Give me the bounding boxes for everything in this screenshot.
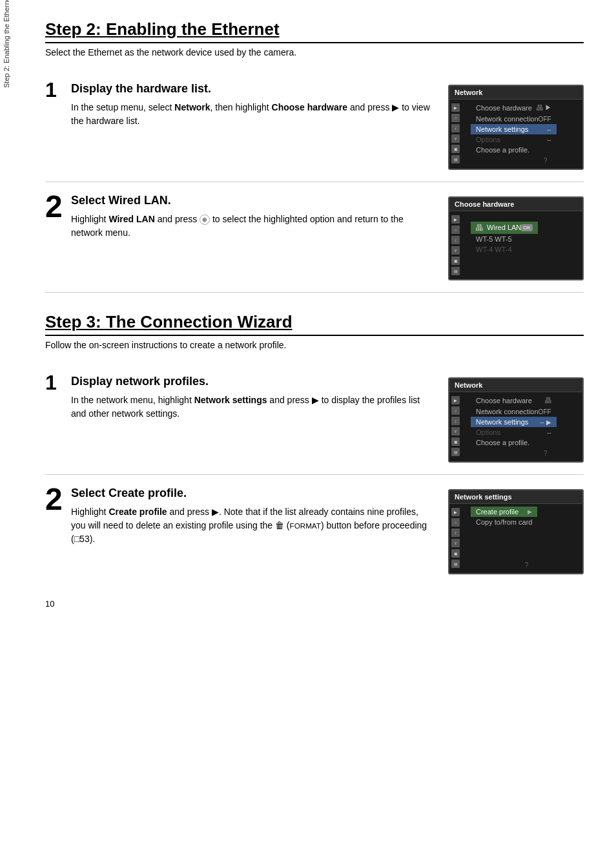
row-choose-hardware: Choose hardware 晶 ▶ xyxy=(476,102,551,114)
sidebar-label: Step 2: Enabling the Ethernet xyxy=(3,0,10,88)
icons-col-1: ▶ ○ / Y ▣ ▤ xyxy=(449,100,462,169)
screen-body-3: ▶ ○ / Y ▣ ▤ Choose hardware 晶 Network co… xyxy=(449,392,582,461)
row-profile-3: Choose a profile. xyxy=(476,437,551,448)
icon-3d: Y xyxy=(451,427,460,435)
step3-step2-body: Highlight Create profile and press ▶. No… xyxy=(71,505,435,546)
step2-step2-content: Select Wired LAN. Highlight Wired LAN an… xyxy=(71,194,448,240)
step2-step1-body: In the setup menu, select Network, then … xyxy=(71,101,435,128)
row-network-connection: Network connection OFF xyxy=(476,114,551,124)
icon-1c: / xyxy=(451,124,460,132)
step2-title: Step 2: Enabling the Ethernet xyxy=(45,19,584,43)
step2-step1-heading: Display the hardware list. xyxy=(71,82,435,96)
icon-4a: ▶ xyxy=(451,508,460,516)
screen-title-2: Choose hardware xyxy=(449,198,582,211)
row-wt4: WT-4 WT-4 xyxy=(476,244,533,255)
icon-2b: ○ xyxy=(451,225,460,234)
step2-step2-body: Highlight Wired LAN and press ⊛ to selec… xyxy=(71,213,435,240)
icon-3b: ○ xyxy=(451,406,460,415)
step3-title: Step 3: The Connection Wizard xyxy=(45,312,584,336)
row-wt5: WT-5 WT-5 xyxy=(476,234,533,244)
ok-icon: ⊛ xyxy=(200,215,210,225)
row-net-conn-3: Network connection OFF xyxy=(476,406,551,417)
icon-1f: ▤ xyxy=(451,155,460,163)
row-net-settings-3: Network settings -- ▶ xyxy=(471,417,557,427)
step2-step1-number: 1 xyxy=(45,79,71,100)
step2-step1-block: 1 Display the hardware list. In the setu… xyxy=(45,70,584,182)
screen-step3-1: Network ▶ ○ / Y ▣ ▤ Choose hardware 晶 xyxy=(448,377,584,463)
screen-body-2: ▶ ○ / Y ▣ ▤ 晶 Wired LAN OK WT-5 WT-5 WT-… xyxy=(449,211,582,279)
icon-2e: ▣ xyxy=(451,257,460,265)
screen-title-4: Network settings xyxy=(449,490,582,504)
icon-4c: / xyxy=(451,529,460,537)
icon-3a: ▶ xyxy=(451,396,460,404)
screen-bottom-1: ? xyxy=(476,155,551,166)
icon-3f: ▤ xyxy=(451,448,460,456)
step2-step2-heading: Select Wired LAN. xyxy=(71,194,435,207)
step2-step1-content: Display the hardware list. In the setup … xyxy=(71,82,448,128)
screen-step2-1: Network ▶ ○ / Y ▣ ▤ Choose hardware 晶 ▶ … xyxy=(448,85,584,170)
step3-step2-content: Select Create profile. Highlight Create … xyxy=(71,487,448,546)
screen-menu-4: Create profile ▶ Copy to/from card ? xyxy=(462,504,537,573)
row-copy-card: Copy to/from card xyxy=(476,517,532,527)
row-network-settings-hl: Network settings -- xyxy=(471,124,557,134)
step3-step1-content: Display network profiles. In the network… xyxy=(71,375,448,421)
screen-menu-2: 晶 Wired LAN OK WT-5 WT-5 WT-4 WT-4 xyxy=(462,211,538,279)
row-options-dim: Options -- xyxy=(476,134,551,145)
step3-step2-number: 2 xyxy=(45,484,71,515)
icon-1b: ○ xyxy=(451,114,460,122)
icon-1e: ▣ xyxy=(451,145,460,153)
step2-step2-block: 2 Select Wired LAN. Highlight Wired LAN … xyxy=(45,182,584,293)
step2-step2-number: 2 xyxy=(45,191,71,222)
step3-step1-number: 1 xyxy=(45,372,71,393)
icon-4f: ▤ xyxy=(451,560,460,568)
row-wired-lan: 晶 Wired LAN OK xyxy=(471,222,538,234)
step2-subtitle: Select the Ethernet as the network devic… xyxy=(45,47,584,58)
step3-step1-heading: Display network profiles. xyxy=(71,375,435,388)
row-options-3: Options -- xyxy=(476,427,551,437)
icon-4d: Y xyxy=(451,539,460,547)
icon-2c: / xyxy=(451,236,460,244)
step3-step2-block: 2 Select Create profile. Highlight Creat… xyxy=(45,475,584,586)
icon-2a: ▶ xyxy=(451,215,460,224)
icon-1a: ▶ xyxy=(451,103,460,112)
screen-step3-2: Network settings ▶ ○ / Y ▣ ▤ Create prof… xyxy=(448,489,584,574)
screen-body-1: ▶ ○ / Y ▣ ▤ Choose hardware 晶 ▶ Network … xyxy=(449,100,582,169)
screen-menu-3: Choose hardware 晶 Network connection OFF… xyxy=(462,392,557,461)
icon-4e: ▣ xyxy=(451,549,460,558)
icons-col-2: ▶ ○ / Y ▣ ▤ xyxy=(449,211,462,279)
icon-2d: Y xyxy=(451,246,460,255)
icons-col-4: ▶ ○ / Y ▣ ▤ xyxy=(449,504,462,573)
icon-4b: ○ xyxy=(451,518,460,527)
step3-subtitle: Follow the on-screen instructions to cre… xyxy=(45,340,584,350)
step3-section: Step 3: The Connection Wizard Follow the… xyxy=(45,312,584,586)
row-choose-profile: Choose a profile. xyxy=(476,145,551,155)
step3-step1-block: 1 Display network profiles. In the netwo… xyxy=(45,363,584,475)
screen-step2-2: Choose hardware ▶ ○ / Y ▣ ▤ 晶 Wired LAN … xyxy=(448,196,584,280)
screen-menu-1: Choose hardware 晶 ▶ Network connection O… xyxy=(462,100,557,169)
step3-step2-heading: Select Create profile. xyxy=(71,487,435,500)
screen-title-3: Network xyxy=(449,379,582,392)
screen-bottom-3: ? xyxy=(476,448,551,459)
icon-3e: ▣ xyxy=(451,437,460,446)
icon-2f: ▤ xyxy=(451,267,460,275)
icons-col-3: ▶ ○ / Y ▣ ▤ xyxy=(449,392,462,461)
screen-bottom-4: ? xyxy=(476,560,532,571)
icon-1d: Y xyxy=(451,134,460,143)
page-number: 10 xyxy=(45,599,584,609)
row-create-profile: Create profile ▶ xyxy=(471,507,537,517)
step3-step1-body: In the network menu, highlight Network s… xyxy=(71,393,435,421)
icon-3c: / xyxy=(451,417,460,425)
row-choose-hw-3: Choose hardware 晶 xyxy=(476,395,551,406)
screen-title-1: Network xyxy=(449,86,582,100)
screen-body-4: ▶ ○ / Y ▣ ▤ Create profile ▶ Copy to/fro… xyxy=(449,504,582,573)
